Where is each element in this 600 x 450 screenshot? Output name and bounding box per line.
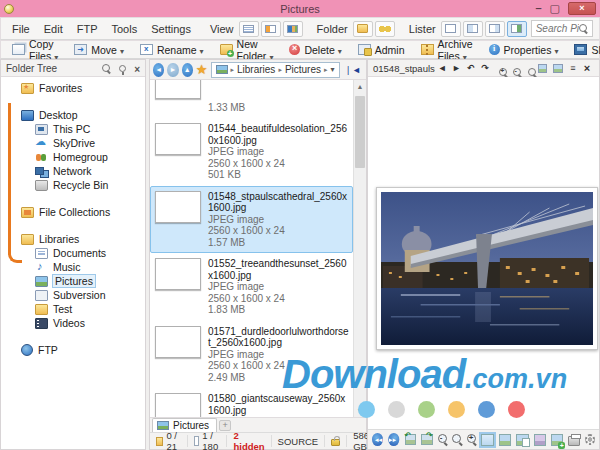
orange-annotation-line (8, 103, 22, 263)
file-name: 01580_giantscauseway_2560x1600.jpg (208, 393, 349, 416)
maximize-button[interactable] (550, 3, 560, 14)
last-image-button[interactable] (388, 433, 399, 446)
list-scrollbar[interactable] (353, 80, 366, 417)
new-tab-button[interactable] (219, 420, 231, 431)
lister-viewer-button[interactable] (507, 21, 527, 37)
delete-button[interactable]: Delete (283, 41, 347, 58)
menu-settings[interactable]: Settings (146, 21, 196, 37)
zoom-reset-button[interactable] (452, 434, 462, 445)
properties-icon (489, 44, 500, 55)
admin-button[interactable]: Admin (352, 41, 411, 58)
rotate-left-icon[interactable] (464, 63, 478, 73)
print-button[interactable] (568, 436, 580, 446)
tree-item-desktop[interactable]: Desktop (21, 108, 145, 122)
menu-ftp[interactable]: FTP (72, 21, 103, 37)
scrollbar-thumb[interactable] (355, 96, 365, 168)
status-lock[interactable] (325, 435, 347, 447)
music-icon (35, 262, 48, 273)
back-button[interactable] (153, 63, 164, 77)
viewer-menu-icon[interactable] (566, 63, 580, 73)
main-area: Folder Tree Favorites Desktop This PC Sk… (0, 59, 600, 450)
view-details-button[interactable] (239, 21, 259, 37)
new-folder-button[interactable]: New Folder (214, 41, 280, 58)
tree-search-icon[interactable] (102, 64, 111, 73)
tree-item-ftp[interactable]: FTP (21, 343, 145, 357)
tree-item-documents[interactable]: Documents (21, 246, 145, 260)
file-row[interactable]: 01571_durdledoorlulworthdorset_2560x1600… (150, 321, 353, 389)
add-image-button[interactable] (551, 434, 563, 446)
menu-edit[interactable]: Edit (39, 21, 68, 37)
zoom-out-button[interactable]: - (438, 434, 448, 445)
minimize-button[interactable] (535, 3, 541, 14)
actual-size-button[interactable] (499, 434, 511, 446)
up-button[interactable] (182, 63, 193, 77)
viewer-settings-button[interactable] (585, 434, 595, 445)
menu-tools[interactable]: Tools (106, 21, 142, 37)
move-button[interactable]: Move (68, 41, 130, 58)
file-row-partial[interactable]: 1.33 MB (150, 80, 353, 118)
scroll-up-icon[interactable] (354, 80, 366, 93)
file-row[interactable]: 01544_beautifuldesolation_2560x1600.jpg … (150, 118, 353, 186)
lister-single-button[interactable] (441, 21, 461, 37)
preview-photo[interactable] (376, 187, 598, 350)
scroll-down-icon[interactable] (354, 404, 366, 417)
file-row[interactable]: 01552_treeandthesunset_2560x1600.jpg JPE… (150, 253, 353, 321)
file-row-selected[interactable]: 01548_stpaulscathedral_2560x1600.jpg JPE… (150, 186, 353, 254)
viewer-next-icon[interactable] (449, 63, 463, 73)
properties-button[interactable]: Properties (483, 41, 565, 58)
tree-item-subversion[interactable]: Subversion (21, 288, 145, 302)
breadcrumb-dropdown-icon[interactable]: ▾ (331, 65, 335, 74)
breadcrumb-pictures[interactable]: Pictures (285, 64, 321, 75)
tree-item-network[interactable]: Network (21, 164, 145, 178)
tree-item-libraries[interactable]: Libraries (21, 232, 145, 246)
rotate-right-button[interactable] (421, 434, 433, 445)
search-box[interactable] (531, 20, 593, 37)
search-icon[interactable] (579, 24, 588, 33)
rename-button[interactable]: Rename (134, 41, 210, 58)
lister-group: Lister (409, 21, 527, 37)
breadcrumb-folder-icon (216, 65, 228, 74)
new-folder-icon (220, 44, 233, 55)
rotate-right-icon[interactable] (478, 63, 492, 73)
close-button[interactable] (568, 2, 596, 15)
tree-item-homegroup[interactable]: Homegroup (21, 150, 145, 164)
tree-item-videos[interactable]: Videos (21, 316, 145, 330)
tree-item-recycle-bin[interactable]: Recycle Bin (21, 178, 145, 192)
viewer-prev-icon[interactable] (435, 63, 449, 73)
slideshow-button[interactable]: Slideshow (568, 41, 600, 58)
tree-item-file-collections[interactable]: File Collections (21, 205, 145, 219)
fit-to-pane-button[interactable] (481, 434, 493, 446)
copy-files-button[interactable]: Copy Files (6, 41, 64, 58)
tree-close-icon[interactable] (134, 59, 140, 77)
viewer-close-icon[interactable] (580, 62, 594, 74)
archive-files-button[interactable]: Archive Files (415, 41, 479, 58)
rotate-left-button[interactable] (405, 434, 417, 445)
image-info-button[interactable] (516, 434, 528, 446)
tree-item-test[interactable]: Test (21, 302, 145, 316)
file-row[interactable]: 01580_giantscauseway_2560x1600.jpg JPEG … (150, 388, 353, 417)
tree-pin-icon[interactable] (119, 65, 126, 72)
tree-item-skydrive[interactable]: SkyDrive (21, 136, 145, 150)
forward-button[interactable] (167, 63, 178, 77)
menu-file[interactable]: File (7, 21, 35, 37)
view-thumbnails-button[interactable] (283, 21, 303, 37)
fit-image-icon[interactable] (538, 64, 548, 73)
full-size-icon[interactable] (553, 64, 563, 73)
favorites-star-icon[interactable] (196, 63, 208, 76)
tree-item-music[interactable]: Music (21, 260, 145, 274)
breadcrumb-libraries[interactable]: Libraries (237, 64, 275, 75)
tree-item-pictures[interactable]: Pictures (21, 274, 145, 288)
collapse-pane-icon[interactable]: ❘◄ (343, 65, 363, 75)
zoom-in-button[interactable]: + (467, 434, 477, 445)
breadcrumb[interactable]: ▸ Libraries ▸ Pictures ▸ ▾ (211, 62, 340, 78)
mark-image-button[interactable] (534, 434, 546, 446)
folder-find-button[interactable] (375, 21, 395, 37)
tree-item-favorites[interactable]: Favorites (21, 81, 145, 95)
view-tiles-button[interactable] (261, 21, 281, 37)
search-input[interactable] (536, 23, 579, 34)
lister-dual-button[interactable] (463, 21, 483, 37)
status-source[interactable]: SOURCE (272, 435, 326, 447)
first-image-button[interactable] (372, 433, 383, 446)
folder-options-button[interactable] (353, 21, 373, 37)
lister-tree-button[interactable] (485, 21, 505, 37)
